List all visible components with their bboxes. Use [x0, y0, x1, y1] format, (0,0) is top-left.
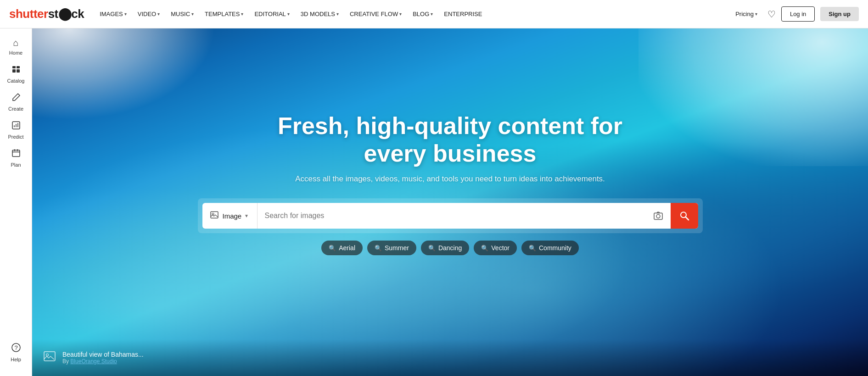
- nav-enterprise[interactable]: ENTERPRISE: [439, 7, 487, 21]
- svg-rect-16: [654, 213, 662, 219]
- chevron-down-icon: ▾: [241, 11, 243, 17]
- logo[interactable]: shutterst⬤ck: [9, 7, 84, 21]
- top-navigation: shutterst⬤ck IMAGES ▾ VIDEO ▾ MUSIC ▾ TE…: [0, 0, 868, 28]
- nav-editorial[interactable]: EDITORIAL ▾: [250, 7, 294, 21]
- catalog-icon: [11, 65, 21, 76]
- home-icon: ⌂: [13, 38, 18, 48]
- nav-images[interactable]: IMAGES ▾: [95, 7, 131, 21]
- hero-title: Fresh, high-quality content for every bu…: [267, 112, 634, 168]
- svg-rect-3: [17, 69, 20, 73]
- hero-content: Fresh, high-quality content for every bu…: [32, 28, 868, 339]
- svg-rect-20: [44, 352, 55, 361]
- chevron-down-icon: ▾: [755, 11, 757, 17]
- hero-subtitle: Access all the images, videos, music, an…: [295, 174, 605, 184]
- svg-point-17: [656, 214, 660, 218]
- type-chevron-icon: ▾: [245, 213, 248, 219]
- chip-community[interactable]: 🔍 Community: [521, 241, 579, 255]
- sidebar-item-help[interactable]: ? Help: [0, 338, 32, 367]
- svg-rect-8: [12, 150, 20, 157]
- search-icon: 🔍: [529, 245, 536, 252]
- chip-aerial[interactable]: 🔍 Aerial: [321, 241, 363, 255]
- nav-creative-flow[interactable]: CREATIVE FLOW ▾: [345, 7, 406, 21]
- search-icon: 🔍: [428, 245, 436, 252]
- image-caption-icon: [43, 350, 56, 366]
- left-sidebar: ⌂ Home Catalog Create: [0, 28, 32, 376]
- sidebar-item-create[interactable]: Create: [0, 88, 32, 116]
- pricing-button[interactable]: Pricing ▾: [731, 7, 762, 21]
- svg-point-21: [46, 354, 49, 356]
- nav-3d-models[interactable]: 3D MODELS ▾: [296, 7, 343, 21]
- svg-rect-2: [12, 69, 16, 73]
- chevron-down-icon: ▾: [336, 11, 339, 17]
- search-input[interactable]: [258, 203, 646, 229]
- search-type-label: Image: [223, 212, 242, 220]
- sidebar-item-home[interactable]: ⌂ Home: [0, 33, 32, 60]
- chip-vector[interactable]: 🔍 Vector: [474, 241, 517, 255]
- logo-stock: st⬤ck: [48, 7, 84, 21]
- search-icon: 🔍: [375, 245, 382, 252]
- chevron-down-icon: ▾: [399, 11, 402, 17]
- nav-templates[interactable]: TEMPLATES ▾: [200, 7, 248, 21]
- search-submit-button[interactable]: [671, 203, 698, 229]
- search-bar: Image ▾: [202, 203, 698, 229]
- favorites-icon[interactable]: ♡: [767, 9, 776, 20]
- plan-icon: [11, 149, 21, 160]
- search-type-selector[interactable]: Image ▾: [202, 203, 258, 229]
- caption-author-link[interactable]: BlueOrange Studio: [70, 358, 117, 365]
- svg-rect-1: [17, 66, 20, 68]
- caption-text: Beautiful view of Bahamas... By BlueOran…: [62, 351, 144, 365]
- nav-video[interactable]: VIDEO ▾: [133, 7, 164, 21]
- svg-line-19: [686, 217, 689, 220]
- suggestion-chips: 🔍 Aerial 🔍 Summer 🔍 Dancing 🔍 Vector 🔍 C…: [321, 241, 579, 255]
- nav-links: IMAGES ▾ VIDEO ▾ MUSIC ▾ TEMPLATES ▾ EDI…: [95, 7, 731, 21]
- sidebar-item-predict[interactable]: Predict: [0, 116, 32, 144]
- search-icon: 🔍: [481, 245, 488, 252]
- image-type-icon: [210, 210, 219, 222]
- help-icon: ?: [11, 342, 21, 355]
- svg-point-15: [212, 213, 214, 215]
- svg-rect-14: [211, 212, 218, 218]
- chevron-down-icon: ▾: [191, 11, 194, 17]
- nav-blog[interactable]: BLOG ▾: [408, 7, 437, 21]
- sidebar-item-catalog[interactable]: Catalog: [0, 60, 32, 88]
- svg-rect-0: [12, 66, 16, 68]
- chevron-down-icon: ▾: [157, 11, 160, 17]
- sidebar-item-plan[interactable]: Plan: [0, 144, 32, 172]
- signup-button[interactable]: Sign up: [820, 7, 859, 21]
- chevron-down-icon: ▾: [287, 11, 290, 17]
- image-caption: Beautiful view of Bahamas... By BlueOran…: [32, 339, 868, 376]
- chevron-down-icon: ▾: [124, 11, 127, 17]
- caption-author: By BlueOrange Studio: [62, 358, 144, 365]
- create-icon: [11, 93, 21, 104]
- main-content: Fresh, high-quality content for every bu…: [32, 28, 868, 376]
- chevron-down-icon: ▾: [431, 11, 433, 17]
- chip-dancing[interactable]: 🔍 Dancing: [421, 241, 469, 255]
- logo-shutter: shutter: [9, 7, 48, 21]
- search-icon: 🔍: [329, 245, 336, 252]
- chip-summer[interactable]: 🔍 Summer: [367, 241, 416, 255]
- caption-title: Beautiful view of Bahamas...: [62, 351, 144, 358]
- nav-right: Pricing ▾ ♡ Log in Sign up: [731, 6, 859, 22]
- nav-music[interactable]: MUSIC ▾: [166, 7, 198, 21]
- camera-search-button[interactable]: [646, 203, 671, 229]
- predict-icon: [11, 121, 21, 132]
- search-container: Image ▾: [198, 198, 703, 233]
- login-button[interactable]: Log in: [781, 6, 815, 22]
- svg-text:?: ?: [14, 344, 17, 351]
